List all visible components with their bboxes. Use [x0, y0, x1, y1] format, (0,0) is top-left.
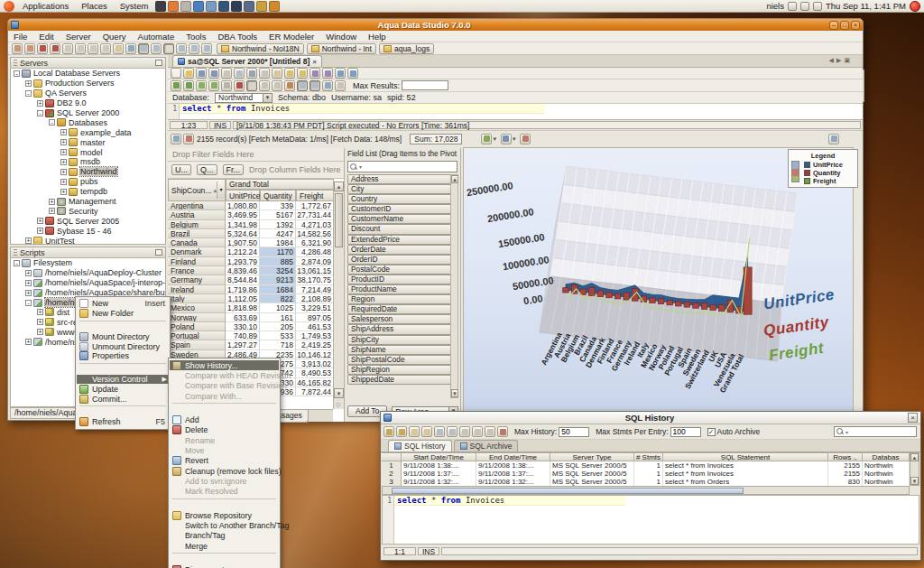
- indent-icon[interactable]: [335, 68, 346, 79]
- expander-icon[interactable]: +: [25, 280, 32, 286]
- print-icon[interactable]: [434, 426, 445, 437]
- panel-float-icon[interactable]: [155, 249, 162, 256]
- field-item[interactable]: ShipRegion: [347, 365, 452, 375]
- field-item[interactable]: OrderDate: [347, 245, 452, 255]
- menu-item[interactable]: Show History...▶: [170, 360, 279, 370]
- history-vertical-scrollbar[interactable]: ▲ ▼: [910, 452, 919, 486]
- field-item[interactable]: Country: [347, 194, 452, 204]
- file-manager-icon[interactable]: [206, 1, 217, 12]
- field-item[interactable]: Salesperson: [347, 314, 452, 324]
- auto-archive-checkbox[interactable]: ✓: [707, 428, 716, 436]
- open-file-icon[interactable]: [183, 68, 194, 79]
- result-text-icon[interactable]: [310, 80, 320, 91]
- scroll-down-icon[interactable]: ▼: [451, 389, 458, 397]
- pivot-row[interactable]: Spain1,297.277182,419.25: [168, 340, 334, 349]
- commit-icon[interactable]: [259, 80, 270, 91]
- menu-item[interactable]: ▶: [172, 498, 276, 508]
- chart-view-icon[interactable]: [176, 43, 187, 54]
- menu-item[interactable]: ▶: [172, 553, 276, 563]
- menu-item[interactable]: Unmount Directory▶: [77, 341, 169, 351]
- tab-sql-history[interactable]: SQL History: [388, 440, 452, 452]
- expander-icon[interactable]: +: [25, 290, 32, 296]
- server-connection-button[interactable]: aqua_logs: [379, 43, 434, 54]
- field-item[interactable]: ExtendedPrice: [347, 235, 452, 245]
- field-item[interactable]: OrderID: [347, 255, 452, 265]
- column-header[interactable]: [382, 452, 402, 461]
- tree-item[interactable]: +Security: [11, 206, 165, 216]
- print-icon[interactable]: [234, 68, 245, 79]
- menu-item[interactable]: ▶: [79, 321, 166, 331]
- open-file-icon[interactable]: [62, 43, 73, 54]
- package-icon[interactable]: [218, 1, 229, 12]
- column-header-freight[interactable]: Freight: [296, 190, 334, 201]
- menu-item[interactable]: NewInsert▶: [77, 299, 169, 309]
- server-connection-button[interactable]: Northwind - NoI18N: [217, 43, 304, 54]
- save-file-icon[interactable]: [75, 43, 86, 54]
- menu-item[interactable]: Browse Repository▶: [170, 510, 279, 520]
- dba-tools-icon[interactable]: [201, 43, 212, 54]
- delete-entry-icon[interactable]: [497, 426, 508, 437]
- menu[interactable]: Help: [368, 32, 386, 42]
- table-data-icon[interactable]: [138, 43, 149, 54]
- scroll-thumb[interactable]: [335, 193, 343, 247]
- history-sql-editor[interactable]: 1 select * from Invoices: [382, 495, 919, 545]
- execute-icon[interactable]: [171, 80, 181, 91]
- field-list-scrollbar[interactable]: ▲ ▼: [450, 174, 458, 398]
- export-icon[interactable]: [459, 426, 470, 437]
- pivot-row[interactable]: Belgium1,341.9813924,271.03: [168, 220, 334, 229]
- menu[interactable]: Server: [66, 32, 91, 42]
- query-analyzer-icon[interactable]: [125, 43, 136, 54]
- history-row[interactable]: 19/11/2008 1:38:...9/11/2008 1:38:...MS …: [382, 461, 910, 470]
- export-icon[interactable]: [100, 43, 111, 54]
- tree-item[interactable]: +example_data: [11, 127, 165, 137]
- expander-icon[interactable]: +: [60, 169, 67, 175]
- register-server-icon[interactable]: [12, 43, 23, 54]
- field-chip-freight[interactable]: Fr...: [223, 164, 245, 175]
- field-item[interactable]: ProductID: [347, 275, 452, 284]
- email-icon[interactable]: [221, 68, 232, 79]
- column-header[interactable]: SQL Statement: [663, 452, 828, 461]
- column-header[interactable]: End Date/Time: [476, 452, 550, 461]
- menu-item[interactable]: Disconnect▶: [170, 565, 279, 568]
- menu-item[interactable]: New Folder▶: [77, 309, 169, 319]
- close-icon[interactable]: ×: [908, 413, 918, 423]
- field-item[interactable]: ProductName: [347, 284, 452, 294]
- copy-all-icon[interactable]: [421, 426, 432, 437]
- copy-sql-icon[interactable]: [409, 426, 420, 437]
- tree-item[interactable]: +pubs: [11, 177, 165, 187]
- field-item[interactable]: ShippedDate: [347, 375, 452, 385]
- pivot-vertical-scrollbar[interactable]: ▲ ▼ ◇: [333, 182, 344, 409]
- save-results-icon[interactable]: [828, 134, 839, 144]
- preview-icon[interactable]: [447, 426, 457, 437]
- column-header[interactable]: Databas: [863, 452, 910, 461]
- clock[interactable]: Thu Sep 11, 1:41 PM: [826, 1, 906, 11]
- menu-item[interactable]: Add▶: [170, 414, 279, 424]
- menu-item[interactable]: Rename▶: [170, 435, 279, 445]
- expander-icon[interactable]: -: [14, 70, 20, 77]
- expander-icon[interactable]: +: [37, 309, 43, 315]
- expander-icon[interactable]: +: [60, 189, 67, 195]
- history-search-box[interactable]: ▾: [834, 426, 917, 437]
- tree-item[interactable]: +model: [11, 147, 165, 157]
- max-stmts-input[interactable]: [670, 427, 701, 437]
- expander-icon[interactable]: +: [60, 139, 67, 145]
- result-grid-icon[interactable]: [297, 80, 308, 91]
- pivot-row[interactable]: France4,839.46325413,061.15: [168, 266, 334, 275]
- check-file-icon[interactable]: [297, 68, 308, 79]
- field-item[interactable]: Address: [347, 174, 452, 184]
- expander-icon[interactable]: -: [25, 300, 32, 306]
- field-item[interactable]: CustomerName: [347, 214, 452, 224]
- tree-item[interactable]: -QA Servers: [11, 88, 165, 98]
- tab-scroll-right-icon[interactable]: ▶: [836, 57, 841, 64]
- field-chip-quantity[interactable]: Q...: [197, 164, 217, 175]
- sql-editor[interactable]: 1 select * from Invoices: [168, 104, 863, 120]
- pivot-row[interactable]: Finland1,293.798852,874.09: [168, 257, 334, 266]
- field-item[interactable]: ShipPostalCode: [347, 355, 452, 365]
- expander-icon[interactable]: -: [14, 260, 20, 266]
- execute-edit-icon[interactable]: [196, 80, 207, 91]
- expander-icon[interactable]: -: [37, 110, 43, 116]
- open-archive-icon[interactable]: [396, 426, 407, 437]
- tree-item[interactable]: +Sybase 15 - 46: [11, 226, 165, 236]
- resize-handle-icon[interactable]: ◇: [336, 401, 340, 408]
- tree-item[interactable]: +UnitTest: [11, 236, 165, 244]
